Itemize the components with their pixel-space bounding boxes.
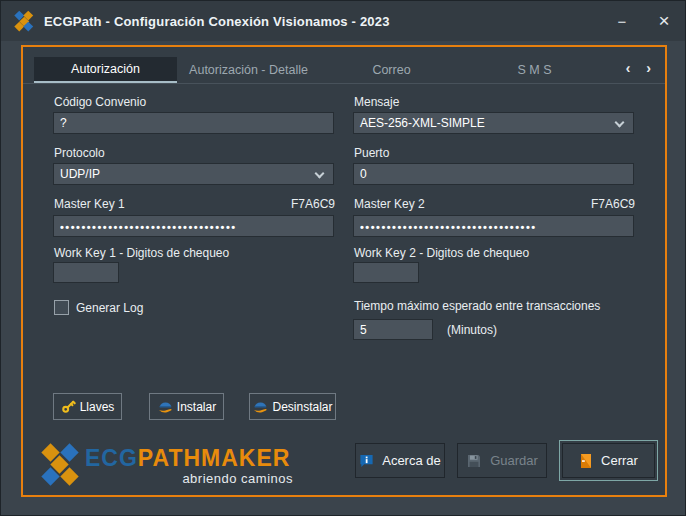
guardar-button-label: Guardar bbox=[490, 453, 538, 468]
cerrar-button[interactable]: Cerrar bbox=[562, 443, 655, 478]
master-key-2-label: Master Key 2 bbox=[354, 197, 425, 211]
work-key-1-label: Work Key 1 - Digitos de chequeo bbox=[54, 246, 229, 260]
app-logo-icon bbox=[14, 11, 34, 31]
llaves-button[interactable]: Llaves bbox=[53, 393, 122, 420]
install-hand-icon bbox=[157, 399, 173, 415]
codigo-convenio-label: Código Convenio bbox=[54, 95, 146, 109]
master-key-1-check-digits: F7A6C9 bbox=[291, 197, 335, 211]
guardar-button[interactable]: Guardar bbox=[457, 443, 547, 478]
mensaje-selected-value: AES-256-XML-SIMPLE bbox=[360, 116, 485, 130]
master-key-2-check-digits: F7A6C9 bbox=[591, 197, 635, 211]
mensaje-select[interactable]: AES-256-XML-SIMPLE bbox=[353, 112, 634, 134]
llaves-button-label: Llaves bbox=[80, 400, 115, 414]
chevron-down-icon bbox=[615, 118, 625, 128]
tab-separator bbox=[23, 83, 665, 84]
cerrar-button-label: Cerrar bbox=[601, 453, 638, 468]
tab-bar: Autorización Autorización - Detalle Corr… bbox=[34, 57, 606, 83]
tab-autorizacion-detalle[interactable]: Autorización - Detalle bbox=[177, 57, 320, 83]
uninstall-hand-icon bbox=[252, 399, 268, 415]
cerrar-button-focus-ring: Cerrar bbox=[559, 440, 658, 481]
minimize-button[interactable]: − bbox=[601, 1, 643, 41]
config-panel: Autorización Autorización - Detalle Corr… bbox=[21, 45, 667, 497]
chevron-down-icon bbox=[315, 169, 325, 179]
ecgpathmaker-logo-icon bbox=[37, 443, 83, 491]
tab-scroll-arrows: ‹ › bbox=[614, 60, 651, 76]
work-key-2-label: Work Key 2 - Digitos de chequeo bbox=[354, 246, 529, 260]
desinstalar-button[interactable]: Desinstalar bbox=[249, 393, 336, 420]
save-floppy-icon bbox=[466, 453, 482, 469]
tab-scroll-left-icon[interactable]: ‹ bbox=[626, 60, 631, 76]
desinstalar-button-label: Desinstalar bbox=[272, 400, 332, 414]
app-window: ECGPath - Configuración Conexión Visiona… bbox=[0, 0, 686, 516]
protocolo-selected-value: UDP/IP bbox=[60, 167, 100, 181]
logo-text-pathmaker: PATHMAKER bbox=[138, 445, 291, 471]
instalar-button-label: Instalar bbox=[177, 400, 216, 414]
master-key-1-label: Master Key 1 bbox=[54, 197, 125, 211]
exit-door-icon bbox=[579, 453, 593, 469]
puerto-input[interactable] bbox=[353, 163, 634, 185]
puerto-label: Puerto bbox=[354, 146, 389, 160]
work-key-2-input[interactable] bbox=[353, 262, 419, 283]
tiempo-maximo-suffix: (Minutos) bbox=[447, 323, 497, 337]
codigo-convenio-input[interactable] bbox=[53, 112, 334, 134]
tab-autorizacion[interactable]: Autorización bbox=[34, 57, 177, 83]
protocolo-select[interactable]: UDP/IP bbox=[53, 163, 334, 185]
tab-sms[interactable]: S M S bbox=[463, 57, 606, 83]
acerca-de-button-label: Acerca de bbox=[382, 453, 441, 468]
tiempo-maximo-label: Tiempo máximo esperado entre transaccion… bbox=[354, 299, 600, 313]
close-button[interactable]: × bbox=[643, 1, 685, 41]
protocolo-label: Protocolo bbox=[54, 146, 105, 160]
logo-text-ecg: ECG bbox=[85, 445, 138, 471]
master-key-2-input[interactable] bbox=[353, 215, 634, 237]
tab-correo[interactable]: Correo bbox=[320, 57, 463, 83]
tab-scroll-right-icon[interactable]: › bbox=[646, 60, 651, 76]
instalar-button[interactable]: Instalar bbox=[149, 393, 224, 420]
generar-log-checkbox[interactable] bbox=[54, 300, 69, 315]
acerca-de-button[interactable]: Acerca de bbox=[355, 443, 445, 478]
master-key-1-input[interactable] bbox=[53, 215, 334, 237]
work-key-1-input[interactable] bbox=[53, 262, 119, 283]
ecgpathmaker-wordmark: ECGPATHMAKER bbox=[85, 447, 290, 472]
generar-log-label: Generar Log bbox=[76, 301, 143, 315]
info-icon bbox=[359, 453, 374, 468]
titlebar: ECGPath - Configuración Conexión Visiona… bbox=[1, 1, 685, 41]
logo-tagline: abriendo caminos bbox=[85, 471, 293, 486]
tiempo-maximo-input[interactable] bbox=[353, 319, 433, 340]
key-icon bbox=[61, 399, 76, 414]
mensaje-label: Mensaje bbox=[354, 95, 399, 109]
window-title: ECGPath - Configuración Conexión Visiona… bbox=[44, 14, 390, 29]
